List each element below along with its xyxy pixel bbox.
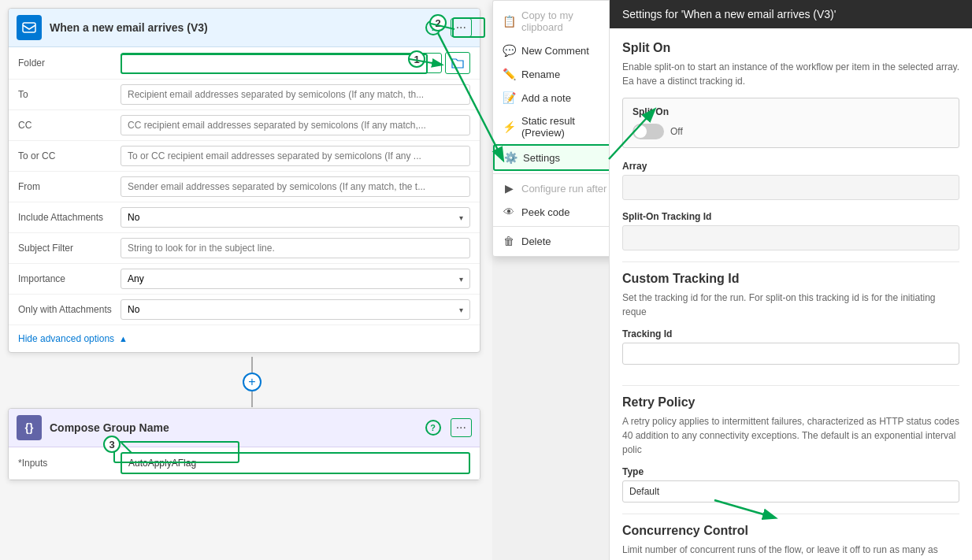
retry-policy-desc: A retry policy applies to intermittent f…: [622, 414, 959, 457]
tracking-id-label: Tracking Id: [622, 328, 959, 339]
note-icon: 📝: [503, 91, 515, 104]
menu-item-peek-code[interactable]: 👁 Peek code: [493, 200, 621, 224]
add-step-button[interactable]: +: [243, 373, 262, 391]
compose-card: {} Compose Group Name ? ··· *Inputs: [8, 408, 480, 480]
divider-1: [622, 261, 959, 262]
svg-rect-0: [23, 23, 35, 32]
rename-icon: ✏️: [503, 68, 515, 80]
concurrency-desc: Limit number of concurrent runs of the f…: [622, 543, 959, 560]
importance-label: Importance: [18, 273, 121, 284]
chevron-down-icon: ▾: [459, 306, 463, 314]
menu-item-add-note[interactable]: 📝 Add a note: [493, 86, 621, 109]
compose-card-header: {} Compose Group Name ? ···: [9, 409, 480, 447]
annotation-3: 3: [103, 436, 121, 453]
menu-item-copy: 📋 Copy to my clipboard: [493, 4, 621, 39]
settings-panel: Settings for 'When a new email arrives (…: [609, 0, 972, 560]
copy-icon: 📋: [503, 15, 515, 28]
header-menu-button[interactable]: ···: [451, 18, 472, 37]
split-on-title: Split On: [622, 41, 959, 55]
menu-item-settings[interactable]: ⚙️ Settings: [493, 144, 621, 171]
hide-advanced-link[interactable]: Hide advanced options ▲: [9, 325, 480, 352]
peek-code-icon: 👁: [503, 206, 515, 218]
importance-row: Importance Any ▾: [9, 264, 480, 295]
compose-help-badge[interactable]: ?: [425, 420, 441, 436]
folder-picker-button[interactable]: [445, 52, 470, 74]
inputs-row: *Inputs: [9, 447, 480, 480]
from-label: From: [18, 181, 121, 192]
concurrency-title: Concurrency Control: [622, 524, 959, 538]
menu-item-new-comment[interactable]: 💬 New Comment: [493, 39, 621, 62]
split-on-toggle[interactable]: [633, 124, 664, 139]
connector-line-bottom: [251, 391, 253, 407]
cc-row: CC: [9, 110, 480, 141]
settings-body: Split On Enable split-on to start an ins…: [610, 28, 972, 560]
compose-icon: {}: [17, 415, 42, 440]
importance-select[interactable]: Any ▾: [121, 269, 470, 289]
comment-icon: 💬: [503, 44, 515, 57]
custom-tracking-title: Custom Tracking Id: [622, 272, 959, 286]
to-row: To: [9, 80, 480, 110]
to-or-cc-label: To or CC: [18, 150, 121, 161]
compose-menu-button[interactable]: ···: [451, 418, 472, 437]
trigger-title: When a new email arrives (V3): [50, 21, 425, 34]
cc-label: CC: [18, 120, 121, 131]
subject-filter-row: Subject Filter: [9, 233, 480, 264]
chevron-up-icon: ▲: [119, 334, 128, 343]
inputs-field[interactable]: [121, 452, 470, 474]
to-label: To: [18, 89, 121, 100]
main-canvas: When a new email arrives (V3) ? ··· Fold…: [0, 0, 492, 560]
compose-title: Compose Group Name: [50, 421, 425, 434]
split-on-box-label: Split On: [633, 106, 949, 117]
split-on-tracking-label: Split-On Tracking Id: [622, 211, 959, 222]
split-on-toggle-label: Off: [670, 126, 683, 137]
menu-item-static-result[interactable]: ⚡ Static result (Preview): [493, 109, 621, 144]
array-label: Array: [622, 161, 959, 172]
split-on-toggle-row: Off: [633, 124, 949, 139]
chevron-down-icon: ▾: [459, 213, 463, 222]
include-attachments-select[interactable]: No ▾: [121, 207, 470, 228]
to-input[interactable]: [121, 84, 470, 105]
to-or-cc-input[interactable]: [121, 146, 470, 166]
static-result-icon: ⚡: [503, 121, 515, 133]
subject-filter-input[interactable]: [121, 238, 470, 258]
menu-divider: [493, 173, 621, 174]
include-attachments-label: Include Attachments: [18, 212, 121, 223]
from-input[interactable]: [121, 176, 470, 197]
configure-icon: ▶: [503, 182, 515, 195]
connector: +: [243, 357, 262, 415]
folder-input[interactable]: Inbox: [121, 53, 442, 73]
array-input[interactable]: [622, 175, 959, 200]
subject-filter-label: Subject Filter: [18, 243, 121, 254]
connector-line-top: [251, 357, 253, 373]
menu-item-configure: ▶ Configure run after: [493, 176, 621, 200]
delete-icon: 🗑: [503, 235, 515, 247]
type-value[interactable]: Default: [622, 480, 959, 503]
only-with-attachments-row: Only with Attachments No ▾: [9, 295, 480, 325]
only-with-attachments-label: Only with Attachments: [18, 304, 121, 315]
only-with-attachments-select[interactable]: No ▾: [121, 299, 470, 320]
to-or-cc-row: To or CC: [9, 141, 480, 172]
chevron-down-icon: ▾: [459, 275, 463, 284]
inputs-label: *Inputs: [18, 458, 121, 469]
type-label: Type: [622, 466, 959, 477]
folder-label: Folder: [18, 57, 121, 69]
annotation-2: 2: [429, 14, 447, 32]
menu-item-rename[interactable]: ✏️ Rename: [493, 62, 621, 86]
tracking-id-input[interactable]: [622, 343, 959, 365]
retry-policy-title: Retry Policy: [622, 395, 959, 410]
split-on-box: Split On Off: [622, 98, 959, 148]
trigger-icon: [17, 15, 42, 40]
cc-input[interactable]: [121, 115, 470, 135]
from-row: From: [9, 172, 480, 202]
split-on-tracking-input[interactable]: [622, 225, 959, 250]
custom-tracking-desc: Set the tracking id for the run. For spl…: [622, 291, 959, 319]
menu-divider-2: [493, 226, 621, 227]
split-on-desc: Enable split-on to start an instance of …: [622, 60, 959, 88]
settings-icon: ⚙️: [504, 151, 517, 164]
annotation-1: 1: [408, 50, 425, 68]
trigger-card-header: When a new email arrives (V3) ? ···: [9, 9, 480, 47]
divider-2: [622, 385, 959, 386]
menu-item-delete[interactable]: 🗑 Delete: [493, 229, 621, 253]
divider-3: [622, 514, 959, 514]
context-menu: 📋 Copy to my clipboard 💬 New Comment ✏️ …: [492, 0, 622, 257]
